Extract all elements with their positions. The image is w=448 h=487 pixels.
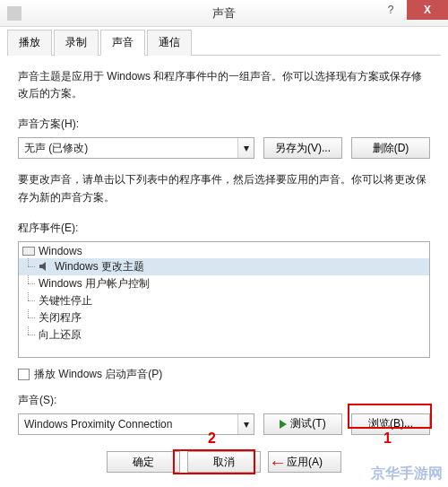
scheme-dropdown[interactable]: 无声 (已修改) ▾ [18,137,254,159]
tree-item-label: 向上还原 [39,327,82,343]
chevron-down-icon: ▾ [237,414,254,434]
sound-label: 声音(S): [18,393,430,408]
apply-button[interactable]: 应用(A) [268,451,341,473]
window-controls: ? X [375,0,448,20]
dialog-footer: 确定 取消 应用(A) [0,444,448,480]
tree-item[interactable]: Windows 更改主题 [19,258,429,275]
tree-item[interactable]: 关闭程序 [19,309,429,326]
tree-item-label: Windows 用户帐户控制 [39,276,150,291]
sound-value: Windows Proximity Connection [24,418,172,430]
tree-root-label: Windows [39,245,82,257]
tree-item[interactable]: 关键性停止 [19,292,429,309]
startup-checkbox[interactable] [18,369,30,380]
startup-label: 播放 Windows 启动声音(P) [34,367,162,382]
save-as-button[interactable]: 另存为(V)... [263,137,342,159]
tree-item[interactable]: 向上还原 [19,326,429,344]
content-pane: 声音主题是应用于 Windows 和程序事件中的一组声音。你可以选择现有方案或保… [0,56,448,460]
tab-sounds[interactable]: 声音 [100,30,145,56]
events-listbox[interactable]: Windows Windows 更改主题 Windows 用户帐户控制 关键性停… [18,241,430,358]
scheme-value: 无声 (已修改) [24,141,88,156]
tree-root[interactable]: Windows [19,244,429,258]
browse-button[interactable]: 浏览(B)... [351,413,430,435]
close-button[interactable]: X [407,0,448,20]
sound-dropdown[interactable]: Windows Proximity Connection ▾ [18,413,254,435]
scheme-description: 声音主题是应用于 Windows 和程序事件中的一组声音。你可以选择现有方案或保… [18,68,430,102]
titlebar: 声音 ? X [0,0,448,27]
help-button[interactable]: ? [375,0,407,20]
tabstrip: 播放 录制 声音 通信 [7,29,441,56]
window-icon [7,6,22,21]
window-title: 声音 [212,5,236,22]
events-label: 程序事件(E): [18,221,430,236]
ok-button[interactable]: 确定 [107,451,180,473]
startup-sound-row[interactable]: 播放 Windows 启动声音(P) [18,367,430,382]
tree-item[interactable]: Windows 用户帐户控制 [19,275,429,292]
events-description: 要更改声音，请单击以下列表中的程序事件，然后选择要应用的声音。你可以将更改保存为… [18,171,430,205]
delete-button[interactable]: 删除(D) [351,137,430,159]
test-button[interactable]: 测试(T) [263,413,342,435]
chevron-down-icon: ▾ [237,138,254,158]
cancel-button[interactable]: 取消 [187,451,261,473]
windows-icon [22,247,35,256]
tab-recording[interactable]: 录制 [54,30,99,56]
test-label: 测试(T) [290,416,325,431]
tree-item-label: 关闭程序 [39,310,82,326]
tab-playback[interactable]: 播放 [7,30,52,56]
svg-marker-0 [39,262,46,271]
tab-communications[interactable]: 通信 [147,30,192,56]
speaker-icon [39,261,51,272]
tree-item-label: 关键性停止 [39,293,92,309]
play-icon [280,420,287,429]
scheme-label: 声音方案(H): [18,117,430,132]
tree-item-label: Windows 更改主题 [55,259,144,274]
